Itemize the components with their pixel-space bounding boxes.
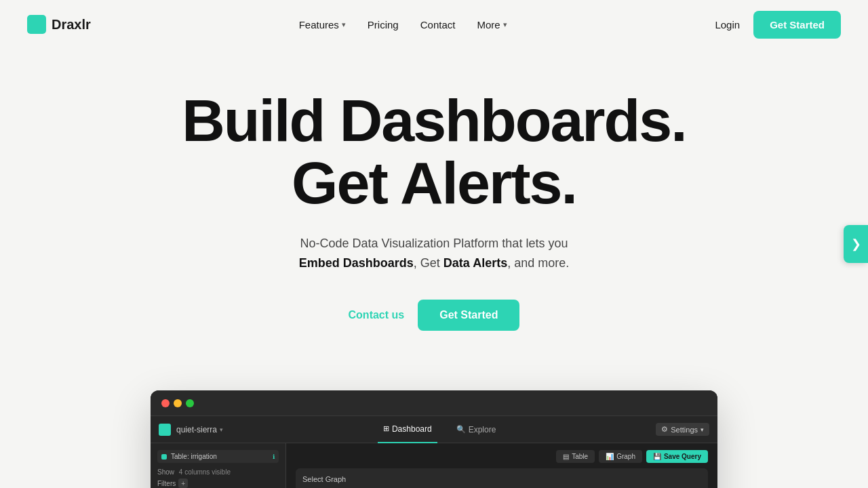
- table-view-button[interactable]: ▤ Table: [556, 450, 595, 463]
- save-query-button[interactable]: 💾 Save Query: [646, 450, 708, 463]
- preview-topbar: [151, 390, 717, 416]
- table-icon: ▤: [563, 453, 569, 460]
- nav-pricing[interactable]: Pricing: [368, 19, 399, 30]
- get-started-nav-button[interactable]: Get Started: [753, 11, 841, 39]
- settings-icon: ⚙: [661, 425, 668, 434]
- hero-section: Build Dashboards. Get Alerts. No-Code Da…: [0, 49, 868, 358]
- arrow-right-icon: ❯: [851, 237, 861, 251]
- app-main: ▤ Table 📊 Graph 💾 Save Query Select Grap…: [286, 443, 717, 488]
- maximize-dot: [186, 399, 194, 407]
- floating-action-button[interactable]: ❯: [844, 225, 868, 263]
- add-filter-button[interactable]: +: [178, 479, 188, 488]
- info-icon: ℹ: [273, 453, 275, 460]
- hero-title: Build Dashboards. Get Alerts.: [182, 89, 686, 215]
- brand-logo[interactable]: Draxlr: [27, 15, 91, 34]
- settings-button[interactable]: ⚙ Settings ▾: [656, 423, 709, 436]
- preview-container: quiet-sierra ▾ ⊞ Dashboard 🔍 Explore ⚙ S…: [0, 390, 868, 488]
- window-controls: [161, 399, 194, 407]
- nav-contact[interactable]: Contact: [420, 19, 456, 30]
- chevron-down-icon: ▾: [701, 426, 704, 433]
- app-body: Table: irrigation ℹ Show 4 columns visib…: [151, 443, 717, 488]
- app-logo-small: [159, 424, 171, 436]
- navbar: Draxlr Features ▾ Pricing Contact More ▾…: [0, 0, 868, 49]
- app-nav-tabs: ⊞ Dashboard 🔍 Explore: [378, 416, 501, 443]
- contact-us-button[interactable]: Contact us: [349, 309, 405, 321]
- nav-features[interactable]: Features ▾: [299, 19, 346, 30]
- nav-more[interactable]: More ▾: [477, 19, 507, 30]
- graph-view-button[interactable]: 📊 Graph: [599, 450, 642, 463]
- chevron-down-icon: ▾: [342, 20, 346, 29]
- app-nav-right: ⚙ Settings ▾: [656, 423, 709, 436]
- table-dot: [161, 454, 167, 460]
- panel-title: Select Graph: [302, 475, 701, 483]
- logo-icon: [27, 15, 46, 34]
- close-dot: [161, 399, 170, 407]
- get-started-hero-button[interactable]: Get Started: [418, 300, 519, 331]
- db-name[interactable]: quiet-sierra ▾: [176, 425, 223, 434]
- dashboard-icon: ⊞: [383, 424, 389, 433]
- chevron-down-icon: ▾: [220, 426, 223, 433]
- hero-cta: Contact us Get Started: [349, 300, 520, 331]
- login-button[interactable]: Login: [715, 19, 740, 30]
- table-header[interactable]: Table: irrigation ℹ: [157, 450, 279, 463]
- hero-subtitle: No-Code Data Visualization Platform that…: [299, 234, 569, 273]
- minimize-dot: [174, 399, 182, 407]
- tab-dashboard[interactable]: ⊞ Dashboard: [378, 416, 437, 443]
- chevron-down-icon: ▾: [503, 20, 507, 29]
- preview-window: quiet-sierra ▾ ⊞ Dashboard 🔍 Explore ⚙ S…: [151, 390, 717, 488]
- nav-actions: Login Get Started: [715, 11, 841, 39]
- graph-icon: 📊: [606, 453, 614, 460]
- app-sidebar: Table: irrigation ℹ Show 4 columns visib…: [151, 443, 286, 488]
- explore-icon: 🔍: [456, 425, 466, 434]
- tab-explore[interactable]: 🔍 Explore: [451, 416, 502, 443]
- show-row: Show 4 columns visible: [157, 468, 279, 476]
- brand-name: Draxlr: [52, 17, 91, 33]
- nav-links: Features ▾ Pricing Contact More ▾: [299, 19, 507, 30]
- app-navbar: quiet-sierra ▾ ⊞ Dashboard 🔍 Explore ⚙ S…: [151, 416, 717, 443]
- graph-panel: Select Graph: [296, 468, 708, 488]
- app-nav-left: quiet-sierra ▾: [159, 424, 223, 436]
- filters-row: Filters +: [157, 479, 279, 488]
- save-icon: 💾: [653, 453, 661, 460]
- action-row: ▤ Table 📊 Graph 💾 Save Query: [296, 450, 708, 463]
